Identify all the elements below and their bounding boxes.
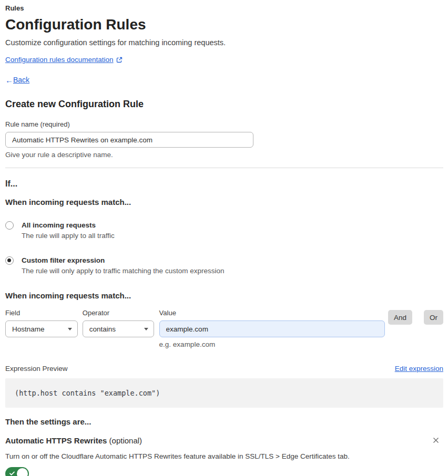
radio-all-incoming-requests[interactable]: All incoming requests The rule will appl… xyxy=(5,221,443,240)
section-divider xyxy=(5,168,443,168)
radio-label: Custom filter expression xyxy=(22,256,224,265)
radio-button-selected[interactable] xyxy=(5,256,14,265)
then-heading: Then the settings are... xyxy=(5,417,443,427)
check-icon xyxy=(9,470,15,476)
radio-description: The rule will apply to all traffic xyxy=(22,231,115,240)
configuration-rules-page: Rules Configuration Rules Customize conf… xyxy=(0,0,448,476)
value-help: e.g. example.com xyxy=(159,340,385,349)
edit-expression-link[interactable]: Edit expression xyxy=(395,365,443,373)
page-subtitle: Customize configuration settings for mat… xyxy=(5,38,443,47)
chevron-down-icon xyxy=(144,328,148,330)
field-select-value: Hostname xyxy=(12,325,45,333)
remove-setting-button[interactable] xyxy=(432,436,440,446)
breadcrumb: Rules xyxy=(5,4,443,13)
or-button[interactable]: Or xyxy=(424,310,443,325)
close-icon xyxy=(432,436,440,446)
radio-button-unselected[interactable] xyxy=(5,221,14,230)
toggle-knob xyxy=(17,468,28,476)
back-link[interactable]: Back xyxy=(13,76,29,85)
setting-title-name: Automatic HTTPS Rewrites xyxy=(5,436,107,445)
rule-name-label: Rule name (required) xyxy=(5,120,443,129)
setting-title: Automatic HTTPS Rewrites (optional) xyxy=(5,436,142,446)
field-select[interactable]: Hostname xyxy=(5,320,78,337)
page-title: Configuration Rules xyxy=(5,16,443,34)
match-heading: When incoming requests match... xyxy=(5,198,443,207)
rule-name-input[interactable] xyxy=(5,132,253,148)
create-rule-heading: Create new Configuration Rule xyxy=(5,98,443,110)
expression-preview-code: (http.host contains "example.com") xyxy=(5,378,443,408)
expression-preview-label: Expression Preview xyxy=(5,365,68,373)
radio-description: The rule will only apply to traffic matc… xyxy=(22,266,224,275)
radio-custom-filter-expression[interactable]: Custom filter expression The rule will o… xyxy=(5,256,443,275)
value-input[interactable] xyxy=(159,320,385,337)
builder-heading: When incoming requests match... xyxy=(5,291,443,301)
if-heading: If... xyxy=(5,179,443,189)
setting-description: Turn on or off the Cloudflare Automatic … xyxy=(5,452,443,461)
back-arrow-icon: ← xyxy=(5,76,13,85)
setting-title-suffix: (optional) xyxy=(107,436,142,445)
value-label: Value xyxy=(159,309,385,317)
field-label: Field xyxy=(5,309,78,317)
chevron-down-icon xyxy=(68,328,72,330)
operator-label: Operator xyxy=(83,309,154,317)
operator-select-value: contains xyxy=(89,325,116,333)
rule-name-help: Give your rule a descriptive name. xyxy=(5,151,443,159)
automatic-https-rewrites-toggle[interactable] xyxy=(5,467,29,476)
and-button[interactable]: And xyxy=(388,310,412,325)
external-link-icon xyxy=(116,57,123,63)
radio-label: All incoming requests xyxy=(22,221,115,230)
documentation-link[interactable]: Configuration rules documentation xyxy=(5,56,114,64)
operator-select[interactable]: contains xyxy=(83,320,154,337)
